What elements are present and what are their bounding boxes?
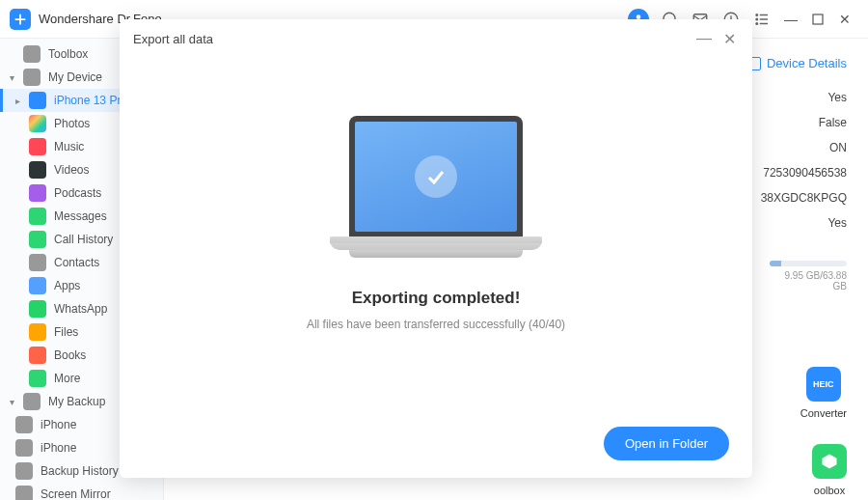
sidebar-item-label: My Device <box>48 70 102 84</box>
svg-rect-11 <box>813 14 823 24</box>
sidebar-item-label: Call History <box>54 233 113 246</box>
open-in-folder-button[interactable]: Open in Folder <box>604 427 729 460</box>
videos-icon <box>29 161 46 179</box>
app-logo <box>10 9 31 30</box>
sidebar-item-label: WhatsApp <box>54 302 107 316</box>
contacts-icon <box>29 254 46 271</box>
storage-bar: 9.95 GB/63.88 GB <box>770 261 847 292</box>
photos-icon <box>29 115 46 132</box>
modal-close-button[interactable]: ✕ <box>719 29 739 48</box>
sidebar-item-screen-mirror[interactable]: Screen Mirror <box>0 483 163 500</box>
minimize-button[interactable]: — <box>777 6 804 33</box>
device-icon <box>23 69 41 86</box>
sidebar-item-label: Music <box>54 140 84 153</box>
toolbox-icon <box>23 45 41 63</box>
device-detail-value: Yes <box>761 210 847 236</box>
modal-footer: Open in Folder <box>120 409 752 478</box>
whatsapp-icon <box>29 300 46 318</box>
maximize-button[interactable] <box>804 6 831 33</box>
music-icon <box>29 138 46 155</box>
device-icon <box>15 416 33 433</box>
sidebar-item-label: Books <box>54 348 86 362</box>
sidebar-item-label: Contacts <box>54 256 99 269</box>
sidebar-item-label: Podcasts <box>54 186 101 200</box>
storage-text: 9.95 GB/63.88 GB <box>770 270 847 292</box>
sidebar-item-label: Messages <box>54 209 107 223</box>
device-detail-value: 7253090456538 <box>761 160 847 185</box>
laptop-graphic <box>330 116 542 258</box>
files-icon <box>29 323 46 341</box>
books-icon <box>29 347 46 364</box>
heic-converter-widget[interactable]: HEIC Converter <box>800 367 847 419</box>
svg-point-9 <box>756 22 758 24</box>
sidebar-item-label: My Backup <box>48 395 105 408</box>
call-icon <box>29 231 46 248</box>
backup-icon <box>23 393 41 410</box>
messages-icon <box>29 208 46 225</box>
device-icon <box>15 462 33 480</box>
export-modal: Export all data — ✕ Exporting completed!… <box>120 19 752 478</box>
svg-point-5 <box>756 14 758 15</box>
svg-point-7 <box>756 18 758 20</box>
sidebar-item-label: Toolbox <box>48 47 88 61</box>
toolbox-widget[interactable]: oolbox <box>812 444 847 496</box>
sidebar-item-label: Videos <box>54 163 89 177</box>
sidebar-item-label: iPhone <box>41 418 76 431</box>
more-icon <box>29 370 46 387</box>
export-heading: Exporting completed! <box>352 289 521 308</box>
sidebar-item-label: Photos <box>54 117 90 130</box>
device-icon <box>15 439 33 457</box>
device-detail-value: 38XGDC8KPGQ <box>761 185 847 210</box>
export-subtext: All files have been transferred successf… <box>307 318 565 331</box>
apps-icon <box>29 277 46 294</box>
toolbox-widget-icon <box>812 444 847 479</box>
phone-icon <box>29 92 46 109</box>
sidebar-item-label: iPhone <box>41 441 76 455</box>
sidebar-item-label: Files <box>54 325 78 339</box>
device-detail-value: ON <box>761 135 847 160</box>
sidebar-item-label: Backup History <box>41 464 119 478</box>
device-icon <box>15 486 33 500</box>
list-icon[interactable] <box>750 8 773 31</box>
toolbox-widget-label: oolbox <box>812 485 847 496</box>
modal-header: Export all data — ✕ <box>120 19 752 58</box>
podcasts-icon <box>29 184 46 202</box>
sidebar-item-label: More <box>54 372 80 385</box>
heic-label: Converter <box>800 407 847 419</box>
sidebar-item-label: Apps <box>54 279 80 292</box>
device-details-label: Device Details <box>767 56 847 70</box>
modal-body: Exporting completed! All files have been… <box>120 58 752 409</box>
heic-icon: HEIC <box>806 367 841 402</box>
svg-point-0 <box>637 14 641 19</box>
device-details-link[interactable]: Device Details <box>747 56 847 70</box>
modal-minimize-button[interactable]: — <box>694 29 714 48</box>
device-detail-value: False <box>761 110 847 135</box>
device-detail-value: Yes <box>761 85 847 110</box>
close-button[interactable]: ✕ <box>831 6 858 33</box>
device-details-values: YesFalseON725309045653838XGDC8KPGQYes <box>761 85 847 236</box>
check-icon <box>415 155 457 198</box>
sidebar-item-label: Screen Mirror <box>41 487 111 500</box>
modal-title: Export all data <box>133 32 213 46</box>
